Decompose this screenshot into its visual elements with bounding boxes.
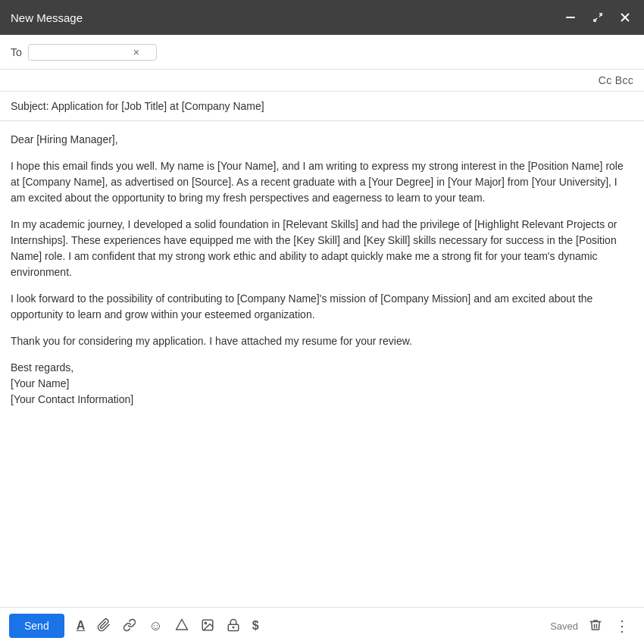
cc-bcc-row: Cc Bcc (0, 70, 644, 92)
window-title: New Message (11, 11, 83, 24)
photo-button[interactable] (196, 615, 219, 637)
title-bar-controls (562, 11, 633, 24)
svg-point-7 (233, 627, 234, 628)
signature-button[interactable]: $ (248, 617, 264, 635)
trash-icon (589, 618, 602, 634)
saved-label: Saved (550, 621, 578, 632)
title-bar: New Message (0, 0, 644, 35)
photo-icon (201, 618, 214, 634)
paragraph1: I hope this email finds you well. My nam… (11, 158, 633, 206)
to-row: To × (0, 35, 644, 70)
paragraph1-text: I hope this email finds you well. My nam… (11, 160, 624, 204)
emoji-icon: ☺ (148, 619, 162, 633)
emoji-button[interactable]: ☺ (144, 616, 167, 636)
body-area[interactable]: Dear [Hiring Manager], I hope this email… (0, 121, 644, 607)
closing-block: Best regards, [Your Name] [Your Contact … (11, 360, 633, 408)
confidential-button[interactable] (222, 615, 245, 637)
delete-button[interactable] (584, 615, 607, 637)
greeting-paragraph: Dear [Hiring Manager], (11, 132, 633, 148)
subject-row: Subject: Application for [Job Title] at … (0, 92, 644, 121)
paragraph3-text: I look forward to the possibility of con… (11, 292, 592, 320)
svg-rect-0 (566, 17, 575, 18)
paragraph4-text: Thank you for considering my application… (11, 335, 412, 347)
link-icon (123, 618, 136, 634)
format-icon: A (77, 620, 86, 632)
to-input[interactable] (33, 46, 132, 58)
send-button[interactable]: Send (9, 614, 64, 638)
paragraph2: In my academic journey, I developed a so… (11, 217, 633, 280)
cc-bcc-button[interactable]: Cc Bcc (599, 74, 633, 86)
toolbar: Send A ☺ (0, 607, 644, 644)
to-label: To (11, 46, 22, 58)
to-clear-button[interactable]: × (132, 47, 141, 58)
paragraph3: I look forward to the possibility of con… (11, 291, 633, 323)
dollar-icon: $ (252, 620, 259, 632)
maximize-button[interactable] (589, 11, 606, 24)
more-options-button[interactable]: ⋮ (610, 615, 635, 636)
attach-button[interactable] (92, 615, 115, 637)
closing-text: Best regards, (11, 360, 633, 376)
drive-icon (175, 618, 189, 634)
minimize-button[interactable] (562, 11, 579, 24)
format-text-button[interactable]: A (72, 617, 90, 635)
compose-window: New Message To × Cc Bcc Subject: Applica… (0, 0, 644, 644)
drive-button[interactable] (170, 615, 193, 637)
lock-icon (227, 618, 240, 634)
paragraph2-text: In my academic journey, I developed a so… (11, 218, 617, 278)
svg-marker-3 (176, 619, 187, 630)
subject-text: Subject: Application for [Job Title] at … (11, 100, 264, 112)
greeting-text: Dear [Hiring Manager], (11, 133, 118, 145)
svg-point-5 (205, 622, 206, 624)
link-button[interactable] (118, 615, 141, 637)
paragraph4: Thank you for considering my application… (11, 333, 633, 349)
close-button[interactable] (617, 11, 633, 24)
sender-name: [Your Name] (11, 376, 633, 392)
more-icon: ⋮ (614, 618, 630, 633)
sender-contact: [Your Contact Information] (11, 392, 633, 408)
attach-icon (97, 618, 111, 634)
to-input-wrapper[interactable]: × (28, 44, 157, 61)
